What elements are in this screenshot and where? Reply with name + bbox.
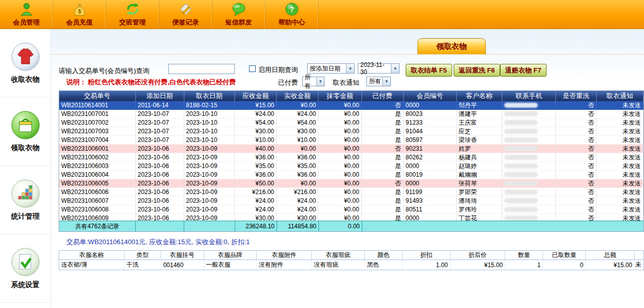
detail-column-header[interactable]: 衣服附件: [257, 251, 312, 259]
toolbar-item-member[interactable]: 会员管理: [0, 0, 53, 28]
detail-column-header[interactable]: 折扣: [403, 251, 451, 259]
order-cell: 否: [556, 197, 597, 205]
paid-filter-select[interactable]: 所有 ▼: [302, 77, 325, 86]
toolbar-item-recharge[interactable]: $会员充值: [53, 0, 106, 28]
orders-column-header[interactable]: 实收金额: [277, 91, 318, 101]
orders-column-header[interactable]: 会员编号: [404, 91, 457, 101]
toolbar-item-note[interactable]: 便签记录: [159, 0, 212, 28]
orders-column-header[interactable]: 是否重洗: [556, 91, 597, 101]
tab-collect-clothes[interactable]: 领取衣物: [417, 38, 486, 54]
pickup-settle-button[interactable]: 取衣结单 F5: [406, 64, 452, 77]
date-type-select[interactable]: 按添加日期 ▼: [307, 63, 355, 74]
orders-column-header[interactable]: 取衣通知: [597, 91, 643, 101]
order-row-5[interactable]: WB202310060012023-10-062023-10-09¥40.00¥…: [59, 145, 643, 153]
orders-column-header[interactable]: 交易单号: [59, 91, 136, 101]
order-cell: 罗伟玲: [457, 205, 503, 214]
order-row-1[interactable]: WB202310070012023-10-072023-10-10¥24.00¥…: [59, 110, 643, 119]
order-cell: ¥35.00: [235, 162, 277, 171]
workarea: 收取衣物领取衣物统计管理系统设置 领取衣物 请输入交易单号(会员编号)查询 说明…: [0, 29, 644, 308]
order-cell: 罗邵荣: [457, 188, 503, 197]
order-cell: 否: [556, 188, 597, 197]
orders-column-header[interactable]: 应收金额: [235, 91, 277, 101]
order-cell: WB20231006001: [59, 145, 136, 153]
order-row-2[interactable]: WB202310070022023-10-072023-10-10¥54.00¥…: [59, 119, 643, 127]
notice-filter-label: 取衣通知: [333, 78, 359, 87]
rewash-return-button[interactable]: 返回重洗 F6: [454, 64, 500, 77]
date-query-checkbox[interactable]: [249, 65, 256, 72]
order-cell: 2023-10-10: [184, 110, 235, 119]
order-cell: ¥24.00: [277, 197, 318, 205]
detail-column-header[interactable]: 颜色: [365, 251, 403, 259]
date-select[interactable]: 2023-11-30 ▼: [358, 63, 400, 74]
order-cell: 80511: [404, 205, 457, 214]
refund-clothes-button[interactable]: 退赔衣物 F7: [500, 64, 547, 77]
chevron-down-icon: ▼: [316, 77, 324, 86]
order-row-11[interactable]: WB202310060072023-10-062023-10-09¥24.00¥…: [59, 197, 643, 205]
toolbar-item-help[interactable]: ?帮助中心: [265, 0, 318, 28]
order-cell: 否: [556, 179, 597, 188]
orders-table: 交易单号添加日期取衣日期应收金额实收金额抹零金额已付费会员编号客户名称联系手机是…: [59, 90, 644, 232]
order-cell: 丁芸花: [457, 214, 503, 221]
notice-filter-select[interactable]: 所有 ▼: [366, 77, 391, 86]
order-cell: 是: [362, 214, 404, 221]
detail-column-header[interactable]: 衣服瑕疵: [312, 251, 365, 259]
order-cell: ¥0.00: [318, 214, 362, 221]
order-cell: 是: [362, 110, 404, 119]
order-cell: 2023-10-09: [184, 153, 235, 162]
detail-column-header[interactable]: 折后价: [451, 251, 506, 259]
order-cell: 0000: [404, 179, 457, 188]
toolbar-item-shift[interactable]: 交班管理: [106, 0, 159, 28]
orders-column-header[interactable]: 已付费: [362, 91, 404, 101]
sidebar-item-settings[interactable]: 系统设置: [0, 234, 51, 303]
order-row-4[interactable]: WB202310070042023-10-072023-10-10¥10.00¥…: [59, 136, 643, 145]
detail-cell: 没有瑕疵: [312, 260, 365, 270]
order-cell: 2011-06-14: [136, 101, 184, 110]
order-cell: 是: [362, 162, 404, 171]
detail-row-0[interactable]: 连衣裙/薄干洗001460一般衣服没有附件没有瑕疵黑色1.00¥15.0010¥…: [59, 260, 643, 270]
order-cell: ¥0.00: [277, 179, 318, 188]
search-label: 请输入交易单号(会员编号)查询: [59, 66, 150, 76]
records-count: 共有4762条记录: [59, 221, 136, 231]
orders-column-header[interactable]: 客户名称: [457, 91, 503, 101]
order-cell: ¥0.00: [318, 101, 362, 110]
order-cell: ¥50.00: [235, 179, 277, 188]
order-cell: 2023-10-09: [184, 197, 235, 205]
orders-column-header[interactable]: 抹零金额: [318, 91, 362, 101]
order-cell: 80262: [404, 153, 457, 162]
order-row-6[interactable]: WB202310060022023-10-062023-10-09¥36.00¥…: [59, 153, 643, 162]
redacted-phone: [504, 172, 538, 177]
order-row-8[interactable]: WB202310060042023-10-062023-10-09¥36.00¥…: [59, 171, 643, 179]
chevron-down-icon: ▼: [346, 64, 354, 73]
order-row-0[interactable]: WB201106140012011-06-148188-02-15¥15.00¥…: [59, 101, 643, 110]
sidebar-item-collect-clothes[interactable]: 领取衣物: [0, 98, 51, 166]
order-row-12[interactable]: WB202310060082023-10-062023-10-09¥24.00¥…: [59, 205, 643, 214]
detail-column-header[interactable]: 数量: [505, 251, 543, 259]
order-cell: 王庆富: [457, 119, 503, 127]
order-cell: 否: [556, 127, 597, 136]
detail-column-header[interactable]: 已取数量: [543, 251, 586, 259]
receive-clothes-icon: [11, 42, 40, 72]
toolbar-item-sms[interactable]: 短信群发: [212, 0, 265, 28]
order-cell: [502, 205, 556, 214]
order-cell: 否: [556, 136, 597, 145]
order-cell: 未发送: [597, 101, 643, 110]
order-row-13[interactable]: WB202310060092023-10-062023-10-09¥30.00¥…: [59, 214, 643, 221]
detail-column-header[interactable]: 衣服名称: [59, 251, 125, 259]
order-row-7[interactable]: WB202310060032023-10-062023-10-09¥35.00¥…: [59, 162, 643, 171]
order-row-10[interactable]: WB202310060062023-10-062023-10-09¥216.00…: [59, 188, 643, 197]
orders-column-header[interactable]: 添加日期: [136, 91, 184, 101]
sidebar-item-statistics[interactable]: 统计管理: [0, 166, 51, 234]
order-row-3[interactable]: WB202310070032023-10-072023-10-10¥30.00¥…: [59, 127, 643, 136]
detail-column-header[interactable]: 总额: [586, 251, 635, 259]
search-input[interactable]: [168, 64, 235, 74]
detail-column-header[interactable]: 衣服品牌: [204, 251, 257, 259]
sidebar-item-receive-clothes[interactable]: 收取衣物: [0, 29, 51, 98]
order-row-9[interactable]: WB202310060052023-10-062023-10-09¥50.00¥…: [59, 179, 643, 188]
order-cell: 未发送: [597, 145, 643, 153]
detail-column-header[interactable]: 衣服挂号: [161, 251, 204, 259]
orders-column-header[interactable]: 取衣日期: [184, 91, 235, 101]
order-cell: 2023-10-06: [136, 205, 184, 214]
order-cell: 否: [556, 119, 597, 127]
detail-column-header[interactable]: 类型: [125, 251, 161, 259]
orders-column-header[interactable]: 联系手机: [502, 91, 556, 101]
